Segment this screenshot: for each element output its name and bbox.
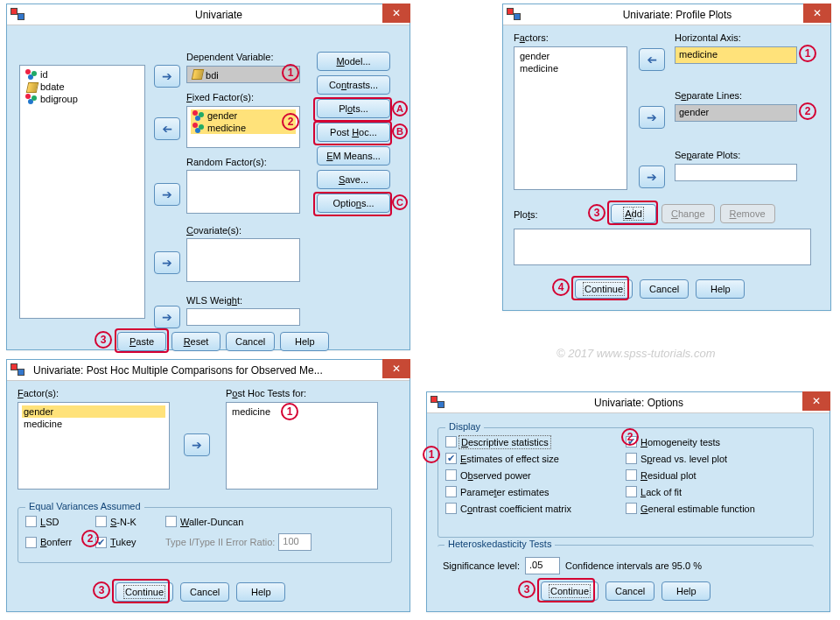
cancel-button[interactable]: Cancel bbox=[606, 581, 654, 601]
dependent-variable-label: Dependent Variable: bbox=[186, 52, 273, 62]
eqvar-legend: Equal Variances Assumed bbox=[25, 501, 144, 511]
posthoc-button[interactable]: Post Hoc... bbox=[317, 123, 390, 142]
descriptives-checkbox[interactable]: Descriptive statistics bbox=[445, 435, 626, 448]
paste-button[interactable]: Paste bbox=[117, 332, 166, 351]
list-item[interactable]: medicine bbox=[191, 122, 296, 134]
lsd-checkbox[interactable]: LSD bbox=[25, 515, 95, 528]
fixed-factors-list[interactable]: gender medicine bbox=[186, 106, 300, 148]
arrow-right-icon: ➔ bbox=[162, 311, 172, 323]
display-legend: Display bbox=[445, 421, 484, 432]
move-random-button[interactable]: ➔ bbox=[154, 183, 180, 206]
move-posthoc-button[interactable]: ➔ bbox=[184, 433, 210, 456]
wls-weight-box[interactable] bbox=[186, 308, 300, 326]
random-factors-list[interactable] bbox=[186, 170, 300, 214]
hetero-legend: Heteroskedasticity Tests bbox=[444, 539, 555, 549]
covariates-list[interactable] bbox=[186, 238, 300, 282]
annotation-B: B bbox=[392, 123, 408, 139]
list-item[interactable]: medicine bbox=[22, 418, 165, 430]
move-dv-button[interactable]: ➔ bbox=[154, 65, 180, 88]
effect-size-checkbox[interactable]: Estimates of effect size bbox=[445, 452, 626, 465]
plots-button[interactable]: Plots... bbox=[317, 99, 390, 118]
list-item[interactable]: bdate bbox=[24, 81, 141, 93]
separate-lines-label: Separate Lines: bbox=[675, 90, 742, 101]
window-title: Univariate: Post Hoc Multiple Comparison… bbox=[28, 364, 410, 377]
separate-lines-box[interactable]: gender bbox=[675, 104, 797, 122]
save-button[interactable]: Save... bbox=[317, 170, 390, 189]
move-fixed-button[interactable]: ➔ bbox=[154, 117, 180, 140]
spread-checkbox[interactable]: Spread vs. level plot bbox=[626, 452, 806, 465]
add-button[interactable]: Add bbox=[611, 204, 656, 223]
scale-icon bbox=[191, 68, 203, 79]
options-dialog: Univariate: Options ✕ Display Descriptiv… bbox=[426, 391, 830, 612]
help-button[interactable]: Help bbox=[236, 582, 285, 602]
bonferroni-checkbox[interactable]: Bonferr bbox=[25, 536, 95, 549]
arrow-right-icon: ➔ bbox=[192, 439, 202, 451]
cancel-button[interactable]: Cancel bbox=[226, 332, 275, 351]
separate-plots-box[interactable] bbox=[675, 164, 797, 181]
help-button[interactable]: Help bbox=[662, 581, 710, 601]
close-icon[interactable]: ✕ bbox=[803, 4, 831, 23]
annotation-3: 3 bbox=[588, 204, 606, 222]
annotation-3: 3 bbox=[94, 331, 112, 349]
move-covariate-button[interactable]: ➔ bbox=[154, 251, 180, 274]
list-item[interactable]: medicine bbox=[230, 405, 374, 418]
cancel-button[interactable]: Cancel bbox=[640, 279, 689, 299]
app-icon bbox=[430, 396, 444, 410]
dependent-variable-box[interactable]: bdi bbox=[186, 66, 300, 83]
residual-plot-checkbox[interactable]: Residual plot bbox=[626, 469, 806, 482]
arrow-right-icon: ➔ bbox=[647, 111, 657, 123]
close-icon[interactable]: ✕ bbox=[382, 359, 410, 378]
tukey-checkbox[interactable]: Tukey bbox=[95, 536, 165, 549]
model-button[interactable]: Model... bbox=[317, 52, 390, 71]
dependent-variable-value: bdi bbox=[206, 70, 219, 81]
options-button[interactable]: Options... bbox=[317, 194, 390, 213]
contrasts-button[interactable]: Contrasts... bbox=[317, 75, 390, 95]
plots-list[interactable] bbox=[514, 229, 811, 265]
source-variable-list[interactable]: id bdate bdigroup bbox=[19, 65, 145, 319]
list-item[interactable]: bdigroup bbox=[24, 93, 141, 105]
move-sepplots-button[interactable]: ➔ bbox=[639, 166, 665, 188]
sig-level-input[interactable]: .05 bbox=[525, 557, 560, 574]
move-seplines-button[interactable]: ➔ bbox=[639, 106, 665, 129]
general-estimable-checkbox[interactable]: General estimable function bbox=[626, 502, 806, 515]
list-item[interactable]: gender bbox=[22, 405, 165, 418]
continue-button[interactable]: Continue bbox=[541, 581, 598, 601]
list-item[interactable]: medicine bbox=[518, 62, 623, 74]
factors-list[interactable]: gender medicine bbox=[18, 402, 170, 490]
cancel-button[interactable]: Cancel bbox=[180, 582, 229, 602]
titlebar: Univariate ✕ bbox=[7, 4, 410, 25]
profile-plots-dialog: Univariate: Profile Plots ✕ Factors: gen… bbox=[502, 4, 831, 311]
covariates-label: Covariate(s): bbox=[186, 225, 242, 236]
observed-power-checkbox[interactable]: Observed power bbox=[445, 469, 626, 482]
reset-button[interactable]: Reset bbox=[172, 332, 220, 351]
move-haxis-button[interactable]: ➔ bbox=[639, 48, 665, 71]
annotation-A: A bbox=[392, 101, 408, 116]
continue-button[interactable]: Continue bbox=[116, 582, 173, 602]
waller-checkbox[interactable]: Waller-Duncan bbox=[165, 515, 340, 528]
move-wls-button[interactable]: ➔ bbox=[154, 306, 180, 328]
homogeneity-checkbox[interactable]: Homogeneity tests bbox=[626, 435, 806, 448]
emmeans-button[interactable]: EM Means... bbox=[317, 146, 390, 166]
help-button[interactable]: Help bbox=[280, 332, 329, 351]
contrast-coef-checkbox[interactable]: Contrast coefficient matrix bbox=[445, 502, 626, 515]
horizontal-axis-box[interactable]: medicine bbox=[675, 46, 797, 64]
list-item[interactable]: gender bbox=[191, 109, 296, 122]
close-icon[interactable]: ✕ bbox=[382, 4, 410, 23]
ratio-label: Type I/Type II Error Ratio: bbox=[165, 537, 275, 547]
annotation-3: 3 bbox=[518, 581, 536, 598]
list-item[interactable]: id bbox=[24, 68, 141, 81]
app-icon bbox=[507, 8, 521, 22]
posthoc-tests-list[interactable]: medicine bbox=[226, 402, 378, 490]
arrow-right-icon: ➔ bbox=[162, 257, 172, 269]
app-icon bbox=[10, 8, 24, 22]
close-icon[interactable]: ✕ bbox=[802, 391, 830, 411]
window-title: Univariate: Profile Plots bbox=[524, 9, 830, 21]
lack-of-fit-checkbox[interactable]: Lack of fit bbox=[626, 485, 806, 498]
help-button[interactable]: Help bbox=[696, 279, 745, 299]
list-item[interactable]: gender bbox=[518, 50, 623, 62]
parameter-estimates-checkbox[interactable]: Parameter estimates bbox=[445, 485, 626, 498]
watermark: © 2017 www.spss-tutorials.com bbox=[556, 347, 716, 360]
continue-button[interactable]: Continue bbox=[575, 279, 633, 299]
factors-list[interactable]: gender medicine bbox=[514, 46, 627, 190]
snk-checkbox[interactable]: S-N-K bbox=[95, 515, 165, 528]
